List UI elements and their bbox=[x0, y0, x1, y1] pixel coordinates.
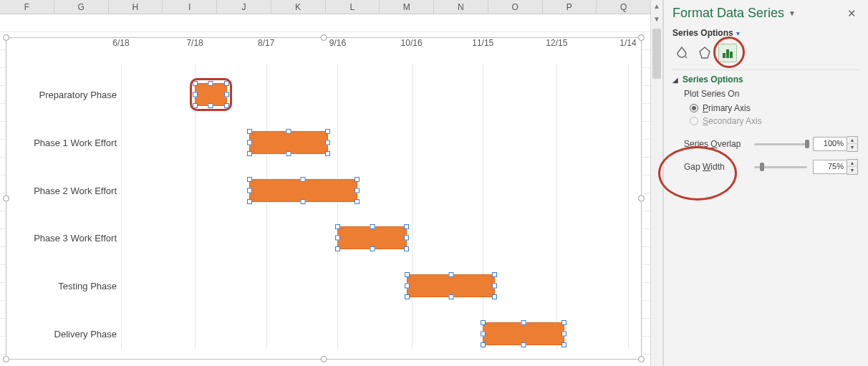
series-selection-handle[interactable] bbox=[286, 151, 291, 156]
series-selection-handle[interactable] bbox=[404, 246, 409, 251]
gantt-chart-object[interactable]: 6/187/188/179/1610/1611/1512/151/14Prepa… bbox=[6, 37, 642, 360]
series-selection-handle[interactable] bbox=[224, 103, 229, 108]
series-selection-handle[interactable] bbox=[193, 103, 198, 108]
spinner-up-icon[interactable]: ▲ bbox=[847, 137, 857, 144]
gantt-bar[interactable] bbox=[407, 274, 496, 297]
series-overlap-value[interactable]: 100% bbox=[813, 137, 847, 151]
series-selection-handle[interactable] bbox=[370, 246, 375, 251]
series-selection-handle[interactable] bbox=[370, 224, 375, 229]
gantt-bar[interactable] bbox=[195, 83, 227, 106]
pane-category-icons bbox=[672, 44, 859, 62]
pane-title-dropdown-icon[interactable]: ▼ bbox=[789, 9, 796, 17]
series-selection-handle[interactable] bbox=[481, 342, 486, 347]
series-selection-handle[interactable] bbox=[335, 236, 340, 241]
series-selection-handle[interactable] bbox=[481, 331, 486, 336]
series-selection-handle[interactable] bbox=[521, 320, 526, 325]
column-header[interactable]: L bbox=[326, 0, 380, 14]
series-selection-handle[interactable] bbox=[521, 342, 526, 347]
gantt-bar[interactable] bbox=[249, 179, 357, 202]
series-selection-handle[interactable] bbox=[325, 129, 330, 134]
scroll-up-arrow-icon[interactable]: ▲ bbox=[651, 0, 662, 13]
series-selection-handle[interactable] bbox=[247, 188, 252, 193]
spinner-down-icon[interactable]: ▼ bbox=[847, 144, 857, 151]
series-selection-handle[interactable] bbox=[492, 294, 497, 299]
radio-icon bbox=[690, 104, 698, 112]
series-selection-handle[interactable] bbox=[492, 284, 497, 289]
gap-width-slider[interactable] bbox=[754, 166, 807, 168]
series-overlap-spinner[interactable]: 100% ▲▼ bbox=[813, 136, 858, 152]
series-selection-handle[interactable] bbox=[448, 294, 453, 299]
column-header[interactable]: I bbox=[163, 0, 217, 14]
gantt-bar[interactable] bbox=[483, 322, 564, 345]
column-header[interactable]: P bbox=[543, 0, 597, 14]
series-selection-handle[interactable] bbox=[286, 129, 291, 134]
series-selection-handle[interactable] bbox=[561, 320, 566, 325]
series-selection-handle[interactable] bbox=[325, 140, 330, 145]
column-header[interactable]: Q bbox=[597, 0, 650, 14]
series-selection-handle[interactable] bbox=[301, 177, 306, 182]
series-selection-handle[interactable] bbox=[404, 236, 409, 241]
column-header[interactable]: K bbox=[271, 0, 326, 14]
series-selection-handle[interactable] bbox=[561, 342, 566, 347]
series-selection-handle[interactable] bbox=[404, 224, 409, 229]
series-selection-handle[interactable] bbox=[247, 140, 252, 145]
scrollbar-thumb[interactable] bbox=[652, 29, 661, 79]
series-options-section-toggle[interactable]: ◢ Series Options bbox=[672, 74, 859, 85]
series-selection-handle[interactable] bbox=[247, 151, 252, 156]
series-selection-handle[interactable] bbox=[224, 81, 229, 86]
column-header[interactable]: H bbox=[109, 0, 163, 14]
series-selection-handle[interactable] bbox=[335, 224, 340, 229]
series-selection-handle[interactable] bbox=[561, 331, 566, 336]
secondary-axis-radio[interactable]: Secondary Axis bbox=[690, 116, 858, 126]
series-selection-handle[interactable] bbox=[193, 92, 198, 97]
chart-gridline bbox=[628, 64, 629, 349]
slider-thumb[interactable] bbox=[805, 140, 809, 148]
series-selection-handle[interactable] bbox=[247, 177, 252, 182]
column-header[interactable]: F bbox=[0, 0, 54, 14]
column-header[interactable]: N bbox=[434, 0, 488, 14]
series-selection-handle[interactable] bbox=[193, 81, 198, 86]
series-selection-handle[interactable] bbox=[405, 272, 410, 277]
primary-axis-radio[interactable]: Primary Axis bbox=[690, 103, 858, 113]
spinner-up-icon[interactable]: ▲ bbox=[847, 160, 857, 167]
series-selection-handle[interactable] bbox=[224, 92, 229, 97]
effects-icon[interactable] bbox=[695, 44, 714, 62]
series-selection-handle[interactable] bbox=[335, 246, 340, 251]
column-header[interactable]: M bbox=[380, 0, 434, 14]
series-selection-handle[interactable] bbox=[481, 320, 486, 325]
subheader-label: Series Options bbox=[672, 28, 733, 38]
column-header[interactable]: O bbox=[488, 0, 543, 14]
series-selection-handle[interactable] bbox=[355, 177, 360, 182]
series-selection-handle[interactable] bbox=[405, 294, 410, 299]
series-selection-handle[interactable] bbox=[325, 151, 330, 156]
gap-width-label: Gap Width bbox=[684, 162, 748, 172]
series-selection-handle[interactable] bbox=[208, 103, 213, 108]
column-header[interactable]: J bbox=[217, 0, 271, 14]
spinner-down-icon[interactable]: ▼ bbox=[847, 167, 857, 174]
gap-width-row: Gap Width 75% ▲▼ bbox=[684, 159, 858, 175]
gap-width-spinner[interactable]: 75% ▲▼ bbox=[813, 159, 858, 175]
fill-line-icon[interactable] bbox=[672, 44, 691, 62]
series-selection-handle[interactable] bbox=[355, 188, 360, 193]
series-options-icon[interactable] bbox=[718, 44, 737, 62]
series-selection-handle[interactable] bbox=[405, 284, 410, 289]
vertical-scrollbar[interactable]: ▲ ▼ bbox=[650, 0, 663, 366]
series-selection-handle[interactable] bbox=[247, 129, 252, 134]
scroll-down-arrow-icon[interactable]: ▼ bbox=[651, 13, 662, 26]
gap-width-value[interactable]: 75% bbox=[813, 160, 847, 174]
column-header[interactable]: G bbox=[54, 0, 109, 14]
slider-thumb[interactable] bbox=[760, 163, 764, 171]
chart-plot-area[interactable]: 6/187/188/179/1610/1611/1512/151/14Prepa… bbox=[6, 38, 641, 359]
series-selection-handle[interactable] bbox=[247, 199, 252, 204]
series-options-dropdown[interactable]: Series Options ▾ bbox=[672, 28, 859, 38]
series-selection-handle[interactable] bbox=[208, 81, 213, 86]
series-selection-handle[interactable] bbox=[355, 199, 360, 204]
close-icon[interactable]: ✕ bbox=[844, 7, 859, 20]
series-selection-handle[interactable] bbox=[492, 272, 497, 277]
gantt-bar[interactable] bbox=[337, 226, 406, 249]
series-selection-handle[interactable] bbox=[301, 199, 306, 204]
series-selection-handle[interactable] bbox=[448, 272, 453, 277]
worksheet-area[interactable]: F G H I J K L M N O P Q 6/187/188/179/16… bbox=[0, 0, 650, 366]
gantt-bar[interactable] bbox=[249, 131, 328, 154]
series-overlap-slider[interactable] bbox=[754, 143, 807, 145]
